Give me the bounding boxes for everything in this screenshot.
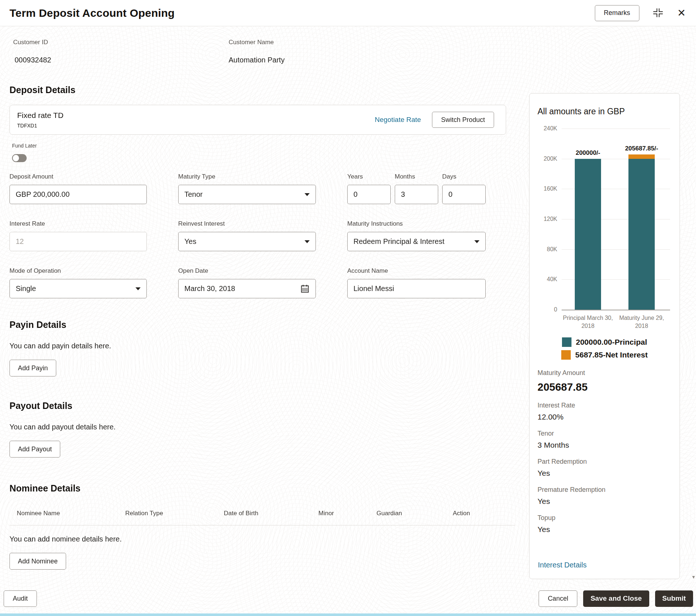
open-date-value: March 30, 2018 bbox=[184, 284, 235, 293]
chevron-down-icon bbox=[305, 193, 310, 196]
main-form-area: Customer ID 000932482 Customer Name Auto… bbox=[0, 26, 519, 570]
nominee-column-header: Relation Type bbox=[125, 510, 224, 517]
customer-name-label: Customer Name bbox=[229, 39, 284, 46]
negotiate-rate-link[interactable]: Negotiate Rate bbox=[375, 116, 421, 124]
save-and-close-button[interactable]: Save and Close bbox=[583, 590, 649, 607]
chart-ytick-label: 80K bbox=[535, 246, 557, 253]
chevron-down-icon bbox=[135, 287, 141, 290]
maturity-type-select[interactable]: Tenor bbox=[178, 185, 316, 204]
switch-product-button[interactable]: Switch Product bbox=[432, 112, 494, 128]
calendar-icon[interactable] bbox=[300, 284, 310, 294]
chart-bar bbox=[575, 159, 601, 310]
add-payout-button[interactable]: Add Payout bbox=[9, 441, 60, 458]
chart-plot: 040K80K120K160K200K240K200000/-Principal… bbox=[562, 129, 670, 310]
window-header: Term Deposit Account Opening Remarks ✕ bbox=[0, 0, 696, 26]
summary-detail-label: Part Redemption bbox=[538, 458, 672, 466]
cancel-button[interactable]: Cancel bbox=[539, 590, 577, 607]
chart-bar bbox=[628, 154, 655, 310]
maturity-instructions-value: Redeem Principal & Interest bbox=[353, 237, 444, 246]
payin-empty-text: You can add payin details here. bbox=[9, 342, 519, 350]
legend-swatch-icon bbox=[562, 337, 571, 347]
nominee-table-header: Nominee NameRelation TypeDate of BirthMi… bbox=[9, 510, 515, 517]
chart-gridline bbox=[562, 310, 670, 310]
maturity-type-label: Maturity Type bbox=[178, 173, 316, 180]
reinvest-interest-label: Reinvest Interest bbox=[178, 220, 316, 227]
account-name-label: Account Name bbox=[347, 267, 486, 275]
interest-rate-label: Interest Rate bbox=[9, 220, 147, 227]
interest-details-link[interactable]: Interest Details bbox=[538, 561, 586, 569]
deposit-amount-input[interactable]: GBP 200,000.00 bbox=[9, 185, 147, 204]
product-name: Fixed rate TD bbox=[17, 111, 64, 120]
audit-button[interactable]: Audit bbox=[4, 590, 37, 607]
collapse-icon[interactable] bbox=[653, 8, 664, 18]
days-label: Days bbox=[442, 173, 486, 180]
summary-panel-title: All amounts are in GBP bbox=[538, 107, 672, 116]
customer-name-value: Automation Party bbox=[229, 56, 284, 64]
open-date-label: Open Date bbox=[178, 267, 316, 275]
footer-action-bar: Audit Cancel Save and Close Submit bbox=[0, 584, 696, 613]
add-nominee-button[interactable]: Add Nominee bbox=[9, 553, 66, 570]
maturity-type-value: Tenor bbox=[184, 190, 203, 199]
nominee-column-header: Guardian bbox=[376, 510, 453, 517]
customer-id-value: 000932482 bbox=[9, 56, 229, 64]
payout-details-heading: Payout Details bbox=[9, 401, 519, 411]
reinvest-interest-select[interactable]: Yes bbox=[178, 232, 316, 251]
customer-id-label: Customer ID bbox=[9, 39, 229, 46]
chart-legend: 200000.00-Principal5687.85-Net Interest bbox=[538, 337, 672, 360]
chart-ytick-label: 120K bbox=[535, 216, 557, 222]
chart-legend-item: 200000.00-Principal bbox=[562, 337, 647, 347]
fund-later-label: Fund Later bbox=[12, 143, 519, 149]
summary-detail-value: Yes bbox=[538, 497, 672, 506]
mode-of-operation-label: Mode of Operation bbox=[9, 267, 147, 275]
chart-x-label: Maturity June 29, 2018 bbox=[612, 314, 671, 330]
deposit-summary-panel: All amounts are in GBP 040K80K120K160K20… bbox=[529, 93, 680, 579]
maturity-instructions-label: Maturity Instructions bbox=[347, 220, 486, 227]
legend-label: 5687.85-Net Interest bbox=[575, 351, 647, 359]
remarks-button[interactable]: Remarks bbox=[595, 5, 639, 21]
mode-of-operation-select[interactable]: Single bbox=[9, 279, 147, 298]
nominee-column-header: Date of Birth bbox=[224, 510, 318, 517]
product-card: Fixed rate TD TDFXD1 Negotiate Rate Swit… bbox=[9, 105, 506, 135]
submit-button[interactable]: Submit bbox=[655, 590, 693, 607]
maturity-amount-label: Maturity Amount bbox=[538, 369, 672, 377]
chart-x-label: Principal March 30, 2018 bbox=[559, 314, 617, 330]
legend-swatch-icon bbox=[561, 350, 571, 360]
summary-details: Interest Rate12.00%Tenor3 MonthsPart Red… bbox=[538, 402, 672, 534]
interest-rate-input: 12 bbox=[9, 232, 147, 251]
close-icon[interactable]: ✕ bbox=[677, 8, 686, 18]
maturity-instructions-select[interactable]: Redeem Principal & Interest bbox=[347, 232, 486, 251]
page-title: Term Deposit Account Opening bbox=[9, 7, 175, 19]
summary-detail-label: Tenor bbox=[538, 430, 672, 437]
account-name-input[interactable]: Lionel Messi bbox=[347, 279, 486, 298]
chart-bar-segment bbox=[628, 159, 655, 310]
chart-bar-value-label: 205687.85/- bbox=[611, 145, 673, 152]
months-input[interactable]: 3 bbox=[395, 185, 438, 204]
open-date-input[interactable]: March 30, 2018 bbox=[178, 279, 316, 298]
chart-bar-value-label: 200000/- bbox=[557, 149, 619, 157]
chevron-down-icon bbox=[305, 240, 310, 243]
chart-gridline bbox=[562, 129, 670, 129]
summary-detail-label: Interest Rate bbox=[538, 402, 672, 409]
toggle-knob bbox=[12, 154, 19, 162]
nominee-details-heading: Nominee Details bbox=[9, 483, 519, 494]
summary-detail-value: Yes bbox=[538, 469, 672, 478]
months-label: Months bbox=[395, 173, 438, 180]
years-label: Years bbox=[347, 173, 391, 180]
fund-later-toggle[interactable] bbox=[12, 154, 27, 162]
window-bottom-edge bbox=[0, 613, 696, 616]
payout-empty-text: You can add payout details here. bbox=[9, 423, 519, 431]
chart-ytick-label: 40K bbox=[535, 276, 557, 283]
years-input[interactable]: 0 bbox=[347, 185, 391, 204]
summary-detail-value: Yes bbox=[538, 525, 672, 534]
days-input[interactable]: 0 bbox=[442, 185, 486, 204]
scroll-down-arrow-icon[interactable]: ▾ bbox=[692, 574, 695, 580]
nominee-column-header: Minor bbox=[318, 510, 376, 517]
nominee-column-header: Action bbox=[453, 510, 515, 517]
payin-details-heading: Payin Details bbox=[9, 320, 519, 330]
reinvest-interest-value: Yes bbox=[184, 237, 196, 246]
summary-detail-value: 12.00% bbox=[538, 413, 672, 421]
summary-detail-value: 3 Months bbox=[538, 441, 672, 449]
chart-ytick-label: 240K bbox=[535, 125, 557, 132]
chart-legend-item: 5687.85-Net Interest bbox=[561, 350, 647, 360]
add-payin-button[interactable]: Add Payin bbox=[9, 360, 56, 376]
